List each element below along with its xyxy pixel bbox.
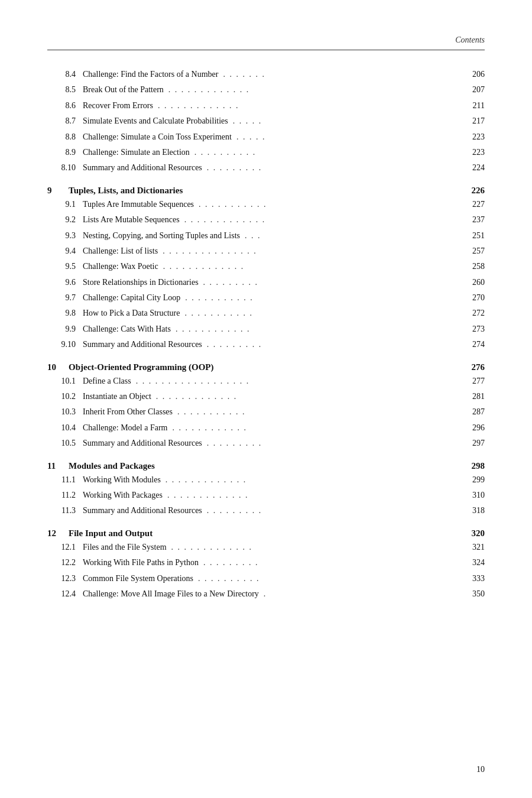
entry-page-number: 272 xyxy=(463,307,485,320)
dots-separator: . . . . . . . xyxy=(220,68,461,81)
chapter-row: 11Modules and Packages298 xyxy=(47,461,485,471)
section-title: Nesting, Copying, and Sorting Tuples and… xyxy=(83,229,240,242)
entry-page-number: 257 xyxy=(463,245,485,258)
dots-separator: . . . . . . . . . . . . xyxy=(170,421,461,434)
toc-entry: 8.6Recover From Errors . . . . . . . . .… xyxy=(47,99,485,112)
section-number: 8.7 xyxy=(47,115,76,128)
section-number: 10.2 xyxy=(47,390,76,403)
chapter-page-number: 320 xyxy=(463,528,485,539)
section-title: Summary and Additional Resources xyxy=(83,338,202,351)
section-title: Working With Packages xyxy=(83,489,163,502)
chapter-title: File Input and Output xyxy=(69,528,153,539)
section-number: 8.9 xyxy=(47,146,76,159)
entry-page-number: 224 xyxy=(463,161,485,174)
section-title: Common File System Operations xyxy=(83,572,193,585)
toc-entry: 9.8How to Pick a Data Structure . . . . … xyxy=(47,307,485,320)
footer-page-number: 10 xyxy=(476,765,485,774)
chapter-row: 12File Input and Output320 xyxy=(47,528,485,539)
section-number: 8.8 xyxy=(47,131,76,144)
section-title: Challenge: Move All Image Files to a New… xyxy=(83,588,259,601)
toc-entry: 11.2Working With Packages . . . . . . . … xyxy=(47,489,485,502)
section-number: 12.4 xyxy=(47,588,76,601)
toc-entry: 11.1Working With Modules . . . . . . . .… xyxy=(47,473,485,486)
dots-separator: . . . . . . . . . . . . . xyxy=(169,541,461,554)
dots-separator: . . . . . . . . . . . xyxy=(183,291,461,304)
section-number: 9.1 xyxy=(47,198,76,211)
page-header: Contents xyxy=(47,35,485,50)
section-number: 9.9 xyxy=(47,323,76,336)
section-title: Inherit From Other Classes xyxy=(83,406,173,419)
section-title: Working With Modules xyxy=(83,473,161,486)
dots-separator: . . . . . . . . . . . . . xyxy=(161,260,461,273)
section-number: 10.5 xyxy=(47,437,76,450)
section-number: 12.2 xyxy=(47,556,76,569)
toc-entry: 12.3Common File System Operations . . . … xyxy=(47,572,485,585)
section-number: 9.7 xyxy=(47,291,76,304)
chapter-page-number: 276 xyxy=(463,362,485,372)
dots-separator: . . . . . . . . . xyxy=(201,276,461,289)
toc-entry: 9.9Challenge: Cats With Hats . . . . . .… xyxy=(47,323,485,336)
entry-page-number: 223 xyxy=(463,131,485,144)
entry-page-number: 217 xyxy=(463,115,485,128)
section-title: Recover From Errors xyxy=(83,99,153,112)
toc-entry: 10.4Challenge: Model a Farm . . . . . . … xyxy=(47,421,485,434)
toc-entry: 10.2Instantiate an Object . . . . . . . … xyxy=(47,390,485,403)
entry-page-number: 273 xyxy=(463,323,485,336)
entry-page-number: 321 xyxy=(463,541,485,554)
chapter-page-number: 226 xyxy=(463,186,485,196)
entry-page-number: 251 xyxy=(463,229,485,242)
chapter-number: 12 xyxy=(47,528,64,539)
section-number: 9.8 xyxy=(47,307,76,320)
toc-entry: 9.2Lists Are Mutable Sequences . . . . .… xyxy=(47,213,485,226)
chapter-title: Modules and Packages xyxy=(69,461,155,471)
dots-separator: . . . . . . . . . . . . . xyxy=(182,213,461,226)
section-title: Break Out of the Pattern xyxy=(83,83,164,96)
toc-entry: 8.10Summary and Additional Resources . .… xyxy=(47,161,485,174)
chapter-title: Tuples, Lists, and Dictionaries xyxy=(69,186,183,196)
toc-entry: 8.5Break Out of the Pattern . . . . . . … xyxy=(47,83,485,96)
section-number: 9.5 xyxy=(47,260,76,273)
entry-page-number: 287 xyxy=(463,406,485,419)
entry-page-number: 296 xyxy=(463,421,485,434)
page: Contents 8.4Challenge: Find the Factors … xyxy=(0,0,532,798)
section-title: Working With File Paths in Python xyxy=(83,556,199,569)
entry-page-number: 350 xyxy=(463,588,485,601)
entry-page-number: 258 xyxy=(463,260,485,273)
dots-separator: . . . . . . . . . . . . xyxy=(173,323,461,336)
section-title: Store Relationships in Dictionaries xyxy=(83,276,199,289)
section-number: 8.5 xyxy=(47,83,76,96)
toc-entry: 9.3Nesting, Copying, and Sorting Tuples … xyxy=(47,229,485,242)
dots-separator: . . . . . . . . . . . . . xyxy=(166,83,461,96)
section-title: Simulate Events and Calculate Probabilit… xyxy=(83,115,228,128)
chapter-number: 10 xyxy=(47,362,64,372)
dots-separator: . xyxy=(261,588,461,601)
entry-page-number: 207 xyxy=(463,83,485,96)
section-number: 10.1 xyxy=(47,375,76,388)
toc-entry: 10.1Define a Class . . . . . . . . . . .… xyxy=(47,375,485,388)
entry-page-number: 297 xyxy=(463,437,485,450)
section-title: Files and the File System xyxy=(83,541,167,554)
entry-page-number: 277 xyxy=(463,375,485,388)
entry-page-number: 223 xyxy=(463,146,485,159)
chapter-number: 11 xyxy=(47,461,64,471)
section-title: Challenge: Wax Poetic xyxy=(83,260,158,273)
toc-entry: 11.3Summary and Additional Resources . .… xyxy=(47,504,485,517)
section-number: 11.3 xyxy=(47,504,76,517)
section-title: Challenge: Model a Farm xyxy=(83,421,167,434)
section-title: How to Pick a Data Structure xyxy=(83,307,180,320)
dots-separator: . . . . . xyxy=(234,131,461,144)
toc-entry: 12.2Working With File Paths in Python . … xyxy=(47,556,485,569)
dots-separator: . . . . . . . . . . xyxy=(196,572,461,585)
entry-page-number: 281 xyxy=(463,390,485,403)
dots-separator: . . . . . . . . . . . xyxy=(175,406,461,419)
entry-page-number: 227 xyxy=(463,198,485,211)
section-number: 8.4 xyxy=(47,68,76,81)
section-number: 9.10 xyxy=(47,338,76,351)
section-title: Challenge: List of lists xyxy=(83,245,158,258)
dots-separator: . . . . . . . . . . xyxy=(192,146,461,159)
chapter-row: 9Tuples, Lists, and Dictionaries226 xyxy=(47,186,485,196)
section-number: 10.4 xyxy=(47,421,76,434)
dots-separator: . . . . . . . . . . . . . xyxy=(154,390,461,403)
section-title: Lists Are Mutable Sequences xyxy=(83,213,180,226)
toc-entry: 9.6Store Relationships in Dictionaries .… xyxy=(47,276,485,289)
